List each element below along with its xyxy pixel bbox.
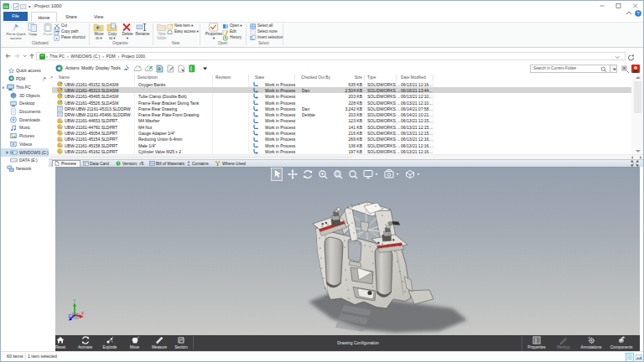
svg-text:X: X: [81, 312, 84, 316]
svg-text:Z: Z: [69, 314, 71, 318]
svg-text:Y: Y: [73, 299, 75, 303]
